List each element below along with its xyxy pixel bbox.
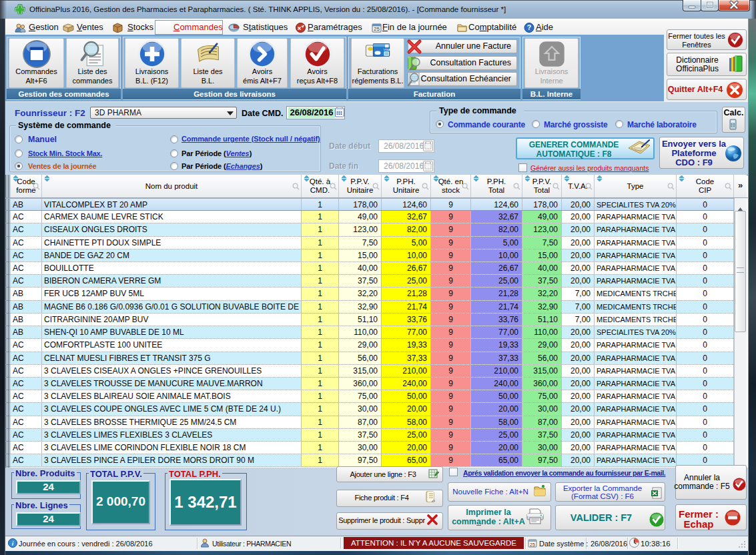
- svg-text:VISA: VISA: [384, 48, 390, 51]
- svg-text:25: 25: [374, 26, 380, 32]
- svg-text:25: 25: [530, 542, 535, 547]
- svg-text:?: ?: [527, 23, 531, 31]
